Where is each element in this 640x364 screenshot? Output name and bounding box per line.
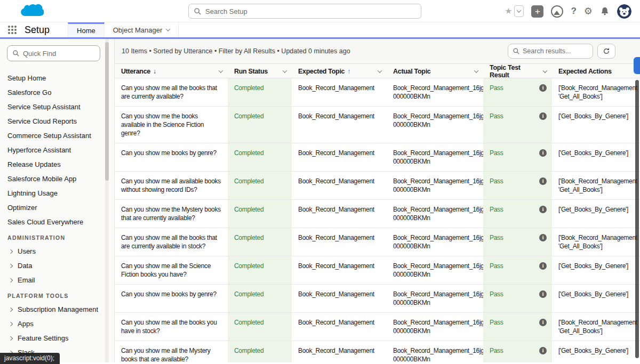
sidebar-item[interactable]: Salesforce Mobile App <box>0 172 114 186</box>
tab-home[interactable]: Home <box>68 22 105 37</box>
sidebar-item[interactable]: Hyperforce Assistant <box>0 143 114 157</box>
table-row: Can you show me books by genre? Complete… <box>115 285 640 313</box>
list-view-toolbar: 10 Items • Sorted by Utterance • Filter … <box>115 39 640 63</box>
sidebar-item[interactable]: Service Cloud Reports <box>0 114 114 128</box>
sidebar-item-expandable[interactable]: Feature Settings <box>0 331 114 345</box>
info-icon[interactable]: i <box>539 206 547 213</box>
info-icon[interactable]: i <box>539 177 547 185</box>
run-status-cell: Completed <box>228 285 292 312</box>
sidebar-item-expandable[interactable]: Users <box>0 244 114 258</box>
topic-test-result-cell: Pass i <box>483 341 552 362</box>
sidebar-item[interactable]: Sales Cloud Everywhere <box>0 215 114 229</box>
run-status-value: Completed <box>234 347 263 354</box>
page-scrollbar-thumb[interactable] <box>635 80 639 358</box>
column-header-run-status[interactable]: Run Status <box>228 64 292 79</box>
expected-topic-cell: Book_Record_Management <box>292 143 387 171</box>
sidebar-item[interactable]: Optimizer <box>0 200 114 215</box>
info-icon[interactable]: i <box>539 290 547 298</box>
sidebar-item-label: Subscription Management <box>18 305 98 313</box>
column-header-topic-test-result[interactable]: Topic Test Result <box>483 64 552 79</box>
sidebar-item-label: Email <box>18 276 35 284</box>
setup-search-input[interactable] <box>205 7 415 15</box>
column-menu-chevron-icon[interactable] <box>283 68 287 72</box>
global-header: ★ + ? ⚙ <box>0 0 640 22</box>
column-menu-chevron-icon[interactable] <box>219 68 223 72</box>
refresh-icon <box>603 47 610 55</box>
column-menu-chevron-icon[interactable] <box>474 68 478 72</box>
table-row: Can you show me all the books that are c… <box>115 228 640 256</box>
utterance-cell: Can you show me all the books that are c… <box>115 78 228 106</box>
utterance-cell: Can you show me books by genre? <box>115 285 228 312</box>
favorites-star-icon[interactable]: ★ <box>505 7 512 15</box>
sidebar-scrollbar-thumb[interactable] <box>105 42 109 181</box>
run-status-cell: Completed <box>228 228 292 256</box>
utterance-cell: Can you show me all the Mystery books th… <box>115 341 228 362</box>
info-icon[interactable]: i <box>539 319 547 326</box>
help-icon[interactable]: ? <box>571 6 576 17</box>
favorites-dropdown-button[interactable] <box>514 5 524 17</box>
app-launcher-icon[interactable] <box>0 22 25 37</box>
expected-topic-cell: Book_Record_Management <box>292 228 387 256</box>
column-menu-chevron-icon[interactable] <box>543 68 547 72</box>
actual-topic-cell: Book_Record_Management_16jg5 000000BKMn <box>387 78 483 106</box>
expected-actions-cell: ['Book_Record_Management 'Get_All_Books'… <box>552 172 640 199</box>
sidebar-item[interactable]: Service Setup Assistant <box>0 100 114 114</box>
sidebar-item[interactable]: Lightning Usage <box>0 186 114 200</box>
column-header-utterance[interactable]: Utterance ↓ <box>115 64 228 79</box>
panel-toggle-button[interactable] <box>634 57 640 74</box>
sort-asc-icon: ↑ <box>347 68 350 75</box>
run-status-cell: Completed <box>228 256 292 284</box>
sidebar-item-expandable[interactable]: Apps <box>0 317 114 331</box>
expected-actions-cell: ['Get_Books_By_Genere'] <box>552 285 640 312</box>
sidebar-item-expandable[interactable]: Email <box>0 273 114 287</box>
expected-topic-cell: Book_Record_Management <box>292 285 387 312</box>
sidebar-item-label: Users <box>18 247 36 255</box>
column-header-actual-topic[interactable]: Actual Topic <box>387 64 483 79</box>
topic-test-result-cell: Pass i <box>483 200 552 228</box>
trailhead-help-icon[interactable] <box>551 5 563 18</box>
expected-topic-cell: Book_Record_Management <box>292 341 387 362</box>
tab-object-manager[interactable]: Object Manager <box>105 22 179 37</box>
column-label: Expected Actions <box>558 68 612 75</box>
test-result-value: Pass <box>490 346 503 355</box>
info-icon[interactable]: i <box>539 262 547 270</box>
column-header-expected-topic[interactable]: Expected Topic ↑ <box>292 64 387 79</box>
sidebar-item[interactable]: Setup Home <box>0 71 114 85</box>
actual-topic-cell: Book_Record_Management_16jg5 000000BKMn <box>387 228 483 256</box>
column-header-expected-actions[interactable]: Expected Actions <box>552 64 640 79</box>
quick-find-input[interactable] <box>23 50 94 58</box>
test-result-value: Pass <box>490 233 503 242</box>
app-name: Setup <box>25 22 68 37</box>
info-icon[interactable]: i <box>539 347 547 354</box>
column-menu-chevron-icon[interactable] <box>378 68 382 72</box>
refresh-button[interactable] <box>597 44 615 59</box>
table-row: Can you show me all the books you have i… <box>115 313 640 341</box>
expected-topic-cell: Book_Record_Management <box>292 200 387 228</box>
info-icon[interactable]: i <box>539 149 547 157</box>
notifications-bell-icon[interactable] <box>600 6 610 16</box>
info-icon[interactable]: i <box>539 112 547 120</box>
utterance-cell: Can you show me the Mystery books that a… <box>115 200 228 228</box>
actual-topic-cell: Book_Record_Management_16jg5 000000BKMn <box>387 143 483 171</box>
info-icon[interactable]: i <box>539 234 547 241</box>
column-label: Run Status <box>234 68 268 75</box>
sort-desc-icon: ↓ <box>153 68 156 75</box>
utterance-cell: Can you show me all the books that are c… <box>115 228 228 256</box>
sidebar-item[interactable]: Release Updates <box>0 157 114 172</box>
avatar[interactable] <box>617 4 631 19</box>
settings-gear-icon[interactable]: ⚙ <box>584 6 593 16</box>
run-status-cell: Completed <box>228 107 292 143</box>
quick-find-box <box>7 45 100 61</box>
list-summary: 10 Items • Sorted by Utterance • Filter … <box>122 47 508 55</box>
sidebar-item-expandable[interactable]: Subscription Management <box>0 302 114 317</box>
global-actions-plus-icon[interactable]: + <box>531 5 543 18</box>
expected-actions-cell: ['Book_Record_Management 'Get_All_Books'… <box>552 228 640 256</box>
sidebar-item[interactable]: Salesforce Go <box>0 85 114 100</box>
utterance-cell: Can you show me books by genre? <box>115 143 228 171</box>
results-search-input[interactable] <box>523 47 588 55</box>
sidebar-item[interactable]: Commerce Setup Assistant <box>0 128 114 143</box>
topic-test-result-cell: Pass i <box>483 78 552 106</box>
info-icon[interactable]: i <box>539 84 547 92</box>
sidebar-item-expandable[interactable]: Data <box>0 258 114 273</box>
chevron-right-icon <box>9 336 13 340</box>
